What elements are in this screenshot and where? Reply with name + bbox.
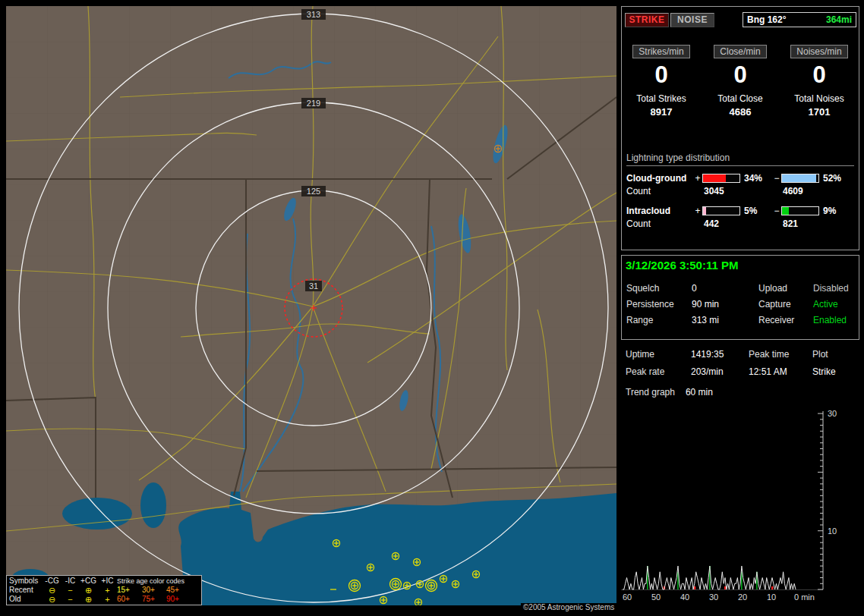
- map-panel[interactable]: 313 219 125 31 Symbols -CG -IC +CG +IC S…: [6, 6, 616, 605]
- cloud-ground-label: Cloud-ground: [626, 173, 693, 184]
- age-90: 90+: [166, 595, 189, 604]
- capture-label: Capture: [758, 299, 813, 310]
- x-tick-10: 10: [767, 592, 776, 602]
- side-panel: STRIKE NOISE Bng 162° 364mi Strikes/min …: [621, 6, 859, 610]
- total-close-label: Total Close: [701, 93, 780, 104]
- ic-positive-gauge-fill: [703, 207, 706, 215]
- ic-negative-pct: 9%: [821, 206, 848, 216]
- cg-positive-gauge: [702, 174, 740, 183]
- ic-negative-gauge: [781, 206, 819, 215]
- session-grid: Uptime 1419:35 Peak time Plot Peak rate …: [626, 349, 856, 377]
- noises-rate-column: Noises/min 0 Total Noises 1701: [780, 45, 859, 118]
- cg-negative-gauge: [781, 174, 819, 183]
- plus-sign: +: [693, 206, 702, 216]
- status-box: 3/12/2026 3:50:11 PM Squelch 0 Upload Di…: [621, 255, 859, 340]
- legend-col-neg-cg: -CG: [43, 577, 61, 586]
- trend-graph-label: Trend graph: [626, 387, 675, 398]
- range-label: Range: [626, 315, 692, 325]
- legend-symbols-header: Symbols: [9, 577, 43, 586]
- x-tick-0min: 0 min: [794, 592, 815, 602]
- plot-value: Strike: [812, 366, 853, 377]
- legend-old-label: Old: [9, 595, 43, 604]
- x-tick-50: 50: [651, 592, 661, 602]
- intracloud-count-row: Count 442 821: [626, 218, 854, 229]
- strike-map[interactable]: 313 219 125 31: [6, 6, 616, 605]
- x-tick-60: 60: [623, 592, 632, 602]
- neg-cg-recent-icon: ⊖: [43, 586, 61, 595]
- upload-status: Disabled: [813, 283, 854, 294]
- ring-label-219: 219: [307, 99, 320, 108]
- ic-positive-count: 442: [693, 218, 772, 229]
- cg-positive-count: 3045: [693, 186, 772, 196]
- count-label: Count: [626, 218, 693, 229]
- x-tick-40: 40: [680, 592, 689, 602]
- neg-cg-old-icon: ⊖: [43, 595, 61, 604]
- cg-positive-pct: 34%: [742, 173, 772, 184]
- legend-recent-label: Recent: [9, 586, 43, 595]
- legend-age-header: Strike age color codes: [117, 577, 189, 586]
- x-tick-20: 20: [738, 592, 747, 602]
- total-strikes-value: 8917: [622, 106, 701, 118]
- session-section: Uptime 1419:35 Peak time Plot Peak rate …: [626, 349, 856, 398]
- close-per-min-value: 0: [701, 62, 780, 88]
- noises-per-min-value: 0: [780, 62, 859, 88]
- rates-row: Strikes/min 0 Total Strikes 8917 Close/m…: [622, 45, 859, 118]
- age-60: 60+: [117, 595, 142, 604]
- distribution-title: Lightning type distribution: [626, 152, 854, 166]
- ring-label-313: 313: [307, 10, 320, 19]
- ic-positive-gauge: [702, 206, 740, 215]
- peak-time-label: Peak time: [749, 349, 812, 360]
- peak-rate-value: 203/min: [691, 366, 749, 377]
- ring-label-31: 31: [309, 281, 318, 291]
- uptime-value: 1419:35: [691, 349, 749, 360]
- receiver-status: Enabled: [813, 315, 854, 325]
- cg-negative-pct: 52%: [821, 173, 848, 184]
- ic-negative-count: 821: [772, 218, 854, 229]
- squelch-label: Squelch: [626, 283, 692, 294]
- minus-sign: −: [772, 206, 781, 216]
- ring-label-125: 125: [307, 187, 320, 196]
- cloud-ground-count-row: Count 3045 4609: [626, 186, 854, 196]
- pos-ic-recent-icon: +: [98, 586, 117, 595]
- counters-box: STRIKE NOISE Bng 162° 364mi Strikes/min …: [621, 6, 859, 250]
- pos-cg-recent-icon: ⊕: [79, 586, 98, 595]
- pos-ic-old-icon: +: [98, 595, 117, 604]
- intracloud-row: Intracloud + 5% − 9%: [626, 206, 854, 216]
- strikes-per-min-label: Strikes/min: [632, 45, 689, 58]
- total-noises-label: Total Noises: [780, 93, 859, 104]
- age-15: 15+: [117, 586, 142, 595]
- range-value: 313 mi: [692, 315, 758, 325]
- datetime-display: 3/12/2026 3:50:11 PM: [626, 259, 738, 272]
- strike-mode-button[interactable]: STRIKE: [625, 13, 669, 27]
- intracloud-label: Intracloud: [626, 206, 693, 216]
- y-tick-10: 10: [828, 526, 837, 536]
- uptime-label: Uptime: [626, 349, 691, 360]
- peak-rate-label: Peak rate: [626, 366, 691, 377]
- capture-status: Active: [813, 299, 854, 310]
- total-noises-value: 1701: [780, 106, 859, 118]
- copyright-text: ©2005 Astrogenic Systems: [521, 603, 616, 611]
- legend-col-pos-cg: +CG: [79, 577, 98, 586]
- age-30: 30+: [142, 586, 166, 595]
- plot-label: Plot: [812, 349, 853, 360]
- lake: [140, 482, 166, 528]
- total-close-value: 4686: [701, 106, 780, 118]
- ic-positive-pct: 5%: [742, 206, 772, 216]
- strikes-rate-column: Strikes/min 0 Total Strikes 8917: [622, 45, 701, 118]
- ic-negative-gauge-fill: [782, 207, 789, 215]
- peak-time-value: 12:51 AM: [749, 366, 812, 377]
- y-tick-30: 30: [828, 409, 837, 418]
- bearing-display: Bng 162° 364mi: [743, 12, 856, 27]
- cg-negative-gauge-fill: [782, 174, 816, 182]
- neg-ic-old-icon: −: [61, 595, 79, 604]
- persistence-value: 90 min: [692, 299, 758, 310]
- lightning-monitor-app: 313 219 125 31 Symbols -CG -IC +CG +IC S…: [0, 0, 864, 616]
- age-45: 45+: [166, 586, 189, 595]
- strikes-per-min-value: 0: [622, 62, 701, 88]
- noise-mode-button[interactable]: NOISE: [670, 13, 714, 27]
- bearing-label: Bng 162°: [747, 14, 786, 25]
- cloud-ground-row: Cloud-ground + 34% − 52%: [626, 173, 854, 184]
- trend-window-value: 60 min: [686, 387, 713, 398]
- status-grid: Squelch 0 Upload Disabled Persistence 90…: [626, 283, 856, 325]
- cg-negative-count: 4609: [772, 186, 854, 196]
